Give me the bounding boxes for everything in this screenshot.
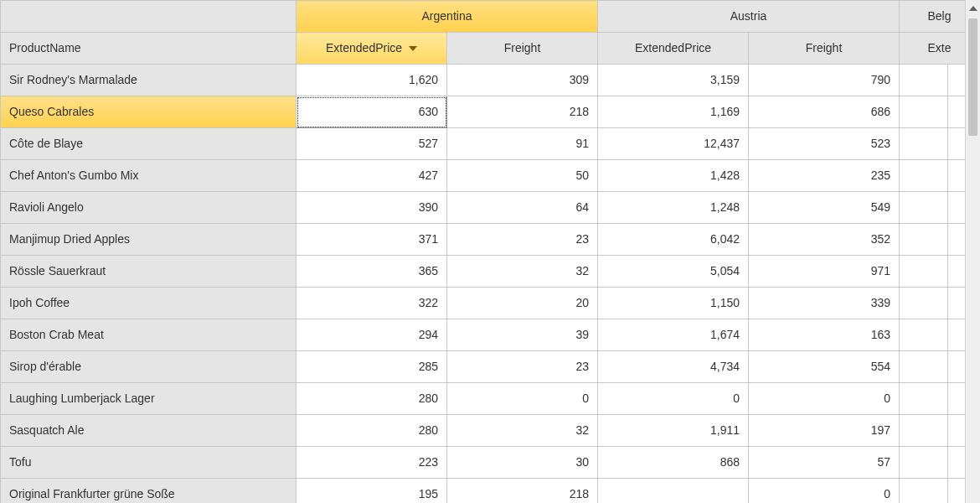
value-cell[interactable]: 527 <box>297 128 447 160</box>
table-row[interactable]: Laughing Lumberjack Lager280000 <box>1 383 966 415</box>
value-cell[interactable]: 322 <box>297 288 447 319</box>
value-cell[interactable] <box>948 192 965 224</box>
pivot-table[interactable]: Argentina Austria Belg ProductName Exten… <box>0 0 965 503</box>
value-cell[interactable]: 12,437 <box>598 128 749 160</box>
value-cell[interactable] <box>948 65 965 96</box>
value-cell[interactable] <box>900 447 948 479</box>
value-cell[interactable]: 868 <box>598 447 749 479</box>
table-row[interactable]: Queso Cabrales6302181,169686 <box>1 96 966 128</box>
value-cell[interactable]: 5,054 <box>598 256 749 288</box>
value-cell[interactable]: 352 <box>749 224 900 256</box>
value-cell[interactable] <box>948 319 965 351</box>
product-cell[interactable]: Laughing Lumberjack Lager <box>1 383 297 415</box>
value-cell[interactable] <box>948 415 965 447</box>
value-cell[interactable]: 365 <box>297 256 447 288</box>
value-cell[interactable] <box>900 65 948 96</box>
product-cell[interactable]: Tofu <box>1 447 297 479</box>
value-cell[interactable]: 0 <box>598 383 749 415</box>
table-row[interactable]: Tofu2233086857 <box>1 447 966 479</box>
value-cell[interactable] <box>948 447 965 479</box>
value-cell[interactable]: 1,248 <box>598 192 749 224</box>
value-cell[interactable]: 790 <box>749 65 900 96</box>
value-cell[interactable]: 294 <box>297 319 447 351</box>
table-row[interactable]: Sirop d'érable285234,734554 <box>1 351 966 383</box>
value-cell[interactable] <box>948 96 965 128</box>
value-cell[interactable]: 280 <box>297 383 447 415</box>
table-row[interactable]: Côte de Blaye5279112,437523 <box>1 128 966 160</box>
value-cell[interactable]: 23 <box>447 351 598 383</box>
country-header-austria[interactable]: Austria <box>598 1 900 33</box>
scroll-up-button[interactable] <box>966 0 980 17</box>
country-header-belg[interactable]: Belg <box>900 1 965 33</box>
scroll-thumb[interactable] <box>968 18 977 136</box>
table-row[interactable]: Ipoh Coffee322201,150339 <box>1 288 966 319</box>
value-cell[interactable]: 197 <box>749 415 900 447</box>
value-cell[interactable]: 554 <box>749 351 900 383</box>
product-cell[interactable]: Boston Crab Meat <box>1 319 297 351</box>
value-cell[interactable] <box>900 192 948 224</box>
value-cell[interactable]: 309 <box>447 65 598 96</box>
value-cell[interactable] <box>948 256 965 288</box>
value-cell[interactable] <box>900 128 948 160</box>
measure-header-argentina-extendedprice[interactable]: ExtendedPrice <box>297 33 447 65</box>
product-cell[interactable]: Sasquatch Ale <box>1 415 297 447</box>
value-cell[interactable]: 0 <box>447 383 598 415</box>
measure-header-argentina-freight[interactable]: Freight <box>447 33 598 65</box>
value-cell[interactable] <box>900 288 948 319</box>
table-row[interactable]: Ravioli Angelo390641,248549 <box>1 192 966 224</box>
product-cell[interactable]: Rössle Sauerkraut <box>1 256 297 288</box>
table-row[interactable]: Chef Anton's Gumbo Mix427501,428235 <box>1 160 966 192</box>
table-row[interactable]: Sasquatch Ale280321,911197 <box>1 415 966 447</box>
value-cell[interactable]: 32 <box>447 256 598 288</box>
product-cell[interactable]: Queso Cabrales <box>1 96 297 128</box>
table-row[interactable]: Rössle Sauerkraut365325,054971 <box>1 256 966 288</box>
value-cell[interactable] <box>900 351 948 383</box>
value-cell[interactable]: 4,734 <box>598 351 749 383</box>
value-cell[interactable] <box>900 256 948 288</box>
value-cell[interactable]: 235 <box>749 160 900 192</box>
value-cell[interactable]: 0 <box>749 479 900 504</box>
value-cell[interactable]: 223 <box>297 447 447 479</box>
value-cell[interactable]: 971 <box>749 256 900 288</box>
product-cell[interactable]: Sir Rodney's Marmalade <box>1 65 297 96</box>
product-cell[interactable]: Sirop d'érable <box>1 351 297 383</box>
value-cell[interactable] <box>598 479 749 504</box>
vertical-scrollbar[interactable] <box>965 0 980 503</box>
value-cell[interactable]: 23 <box>447 224 598 256</box>
value-cell[interactable]: 371 <box>297 224 447 256</box>
value-cell[interactable]: 3,159 <box>598 65 749 96</box>
value-cell[interactable] <box>948 288 965 319</box>
value-cell[interactable]: 218 <box>447 96 598 128</box>
value-cell[interactable]: 1,620 <box>297 65 447 96</box>
value-cell[interactable]: 1,150 <box>598 288 749 319</box>
value-cell[interactable] <box>900 415 948 447</box>
value-cell[interactable] <box>948 383 965 415</box>
value-cell[interactable]: 0 <box>749 383 900 415</box>
value-cell[interactable] <box>948 351 965 383</box>
value-cell[interactable] <box>900 383 948 415</box>
value-cell[interactable] <box>900 479 948 504</box>
product-cell[interactable]: Chef Anton's Gumbo Mix <box>1 160 297 192</box>
value-cell[interactable] <box>948 479 965 504</box>
table-row[interactable]: Original Frankfurter grüne Soße1952180 <box>1 479 966 504</box>
value-cell[interactable]: 39 <box>447 319 598 351</box>
product-cell[interactable]: Ravioli Angelo <box>1 192 297 224</box>
value-cell[interactable]: 549 <box>749 192 900 224</box>
value-cell[interactable]: 427 <box>297 160 447 192</box>
value-cell[interactable]: 195 <box>297 479 447 504</box>
value-cell[interactable]: 686 <box>749 96 900 128</box>
value-cell[interactable] <box>948 160 965 192</box>
product-cell[interactable]: Ipoh Coffee <box>1 288 297 319</box>
value-cell[interactable]: 523 <box>749 128 900 160</box>
value-cell[interactable]: 50 <box>447 160 598 192</box>
value-cell[interactable] <box>948 224 965 256</box>
value-cell[interactable]: 1,911 <box>598 415 749 447</box>
value-cell[interactable]: 1,169 <box>598 96 749 128</box>
product-cell[interactable]: Côte de Blaye <box>1 128 297 160</box>
value-cell[interactable]: 163 <box>749 319 900 351</box>
value-cell[interactable] <box>900 96 948 128</box>
value-cell[interactable]: 91 <box>447 128 598 160</box>
value-cell[interactable] <box>948 128 965 160</box>
table-row[interactable]: Manjimup Dried Apples371236,042352 <box>1 224 966 256</box>
value-cell[interactable]: 1,428 <box>598 160 749 192</box>
